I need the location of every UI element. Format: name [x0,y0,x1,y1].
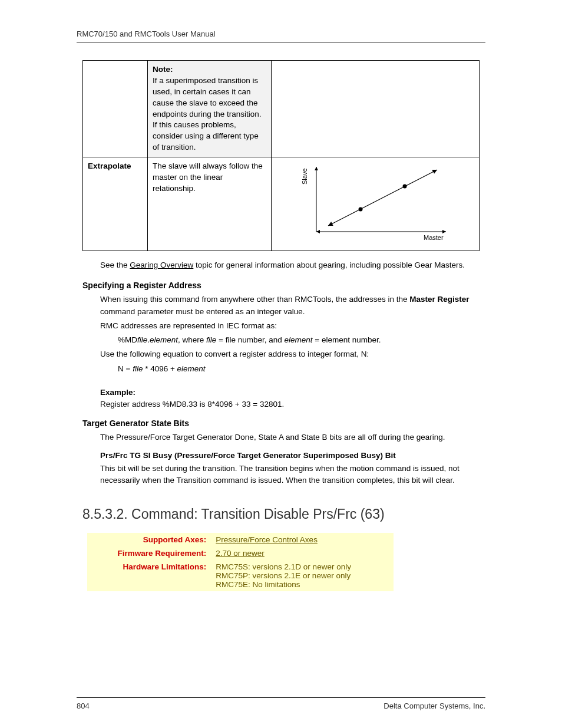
paragraph: When issuing this command from anywhere … [100,294,480,318]
page-content: Note: If a superimposed transition is us… [82,60,480,697]
text-italic: element [177,364,206,373]
heading-target-generator: Target Generator State Bits [82,419,480,428]
firmware-link[interactable]: 2.70 or newer [216,549,265,558]
text: , where [178,335,206,344]
page: RMC70/150 and RMCTools User Manual Note:… [0,0,562,728]
extrapolate-graph: Slave Master [276,161,474,243]
cell-graph: Slave Master [272,157,480,251]
example-text: Register address %MD8.33 is 8*4096 + 33 … [100,400,284,409]
paragraph-equation: N = file * 4096 + element [118,363,480,375]
section-title: 8.5.3.2. Command: Transition Disable Prs… [82,506,480,522]
note-text: If a superimposed transition is used, in… [153,76,262,151]
table-row: Supported Axes: Pressure/Force Control A… [87,533,394,546]
graph-xlabel: Master [424,234,444,241]
svg-line-2 [328,170,437,226]
heading-register-address: Specifying a Register Address [82,281,480,290]
note-label: Note: [153,65,173,74]
graph-ylabel: Slave [301,169,308,185]
info-value: RMC75S: versions 2.1D or newer only RMC7… [211,560,394,591]
text-italic: file [133,364,143,373]
paragraph: The Pressure/Force Target Generator Done… [100,431,480,443]
page-footer: 804 Delta Computer Systems, Inc. [77,697,485,710]
svg-point-3 [359,207,363,212]
text: %MD [118,335,137,344]
info-line: RMC75S: versions 2.1D or newer only [216,562,389,571]
info-label: Firmware Requirement: [87,546,211,560]
svg-point-4 [403,185,407,189]
info-line: RMC75E: No limitations [216,580,389,589]
table-row: Hardware Limitations: RMC75S: versions 2… [87,560,394,591]
table-row: Firmware Requirement: 2.70 or newer [87,546,394,560]
example-heading: Example: [100,388,135,397]
axes-link[interactable]: Pressure/Force Control Axes [216,535,318,544]
cell-desc: The slave will always follow the master … [148,157,272,251]
info-label: Supported Axes: [87,533,211,546]
text: N = [118,364,133,373]
page-header: RMC70/150 and RMCTools User Manual [77,29,485,42]
text-italic: file [137,335,147,344]
paragraph-format: %MDfile.element, where file = file numbe… [118,334,480,346]
info-label: Hardware Limitations: [87,560,211,591]
text: = file number, and [216,335,284,344]
option-table: Note: If a superimposed transition is us… [82,60,480,251]
table-row: Note: If a superimposed transition is us… [83,61,480,157]
subheading: Prs/Frc TG SI Busy (Pressure/Force Targe… [100,451,396,460]
cell-note: Note: If a superimposed transition is us… [148,61,272,157]
info-value: 2.70 or newer [211,546,394,560]
text: See the [100,261,130,269]
option-label: Extrapolate [88,162,131,170]
text-italic: element [285,335,313,344]
info-value: Pressure/Force Control Axes [211,533,394,546]
paragraph: See the Gearing Overview topic for gener… [100,259,480,271]
page-number: 804 [77,701,90,710]
paragraph: Prs/Frc TG SI Busy (Pressure/Force Targe… [100,450,480,462]
text: = element number. [313,335,381,344]
cell-label: Extrapolate [83,157,148,251]
cell-empty [272,61,480,157]
text-italic: file [206,335,216,344]
company-name: Delta Computer Systems, Inc. [384,701,485,710]
paragraph: This bit will be set during the transiti… [100,463,480,487]
paragraph: RMC addresses are represented in IEC for… [100,320,480,332]
text: topic for general information about gear… [193,261,465,269]
table-row: Extrapolate The slave will always follow… [83,157,480,251]
text: command parameter must be entered as an … [100,307,305,316]
example-block: Example: Register address %MD8.33 is 8*4… [100,387,480,411]
text: * 4096 + [143,364,177,373]
info-line: RMC75P: versions 2.1E or newer only [216,571,389,580]
info-table: Supported Axes: Pressure/Force Control A… [87,533,394,591]
paragraph: Use the following equation to convert a … [100,348,480,360]
text: When issuing this command from anywhere … [100,295,409,304]
gearing-overview-link[interactable]: Gearing Overview [130,261,193,269]
cell-empty [83,61,148,157]
text-italic: element [150,335,178,344]
text-bold: Master Register [409,295,469,304]
